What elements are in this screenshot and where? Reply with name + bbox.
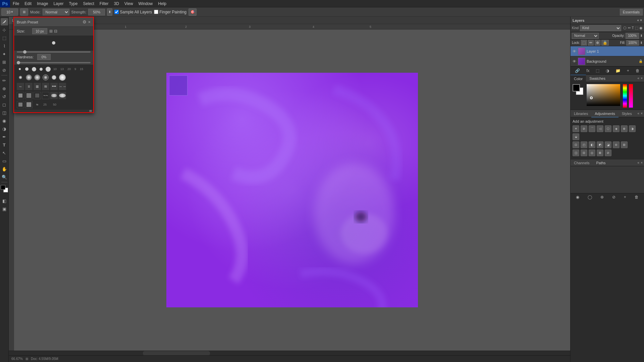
chan-btn-2[interactable]: ◯	[588, 195, 592, 199]
lock-all-btn[interactable]: 🔒	[601, 40, 609, 46]
strength-arrows[interactable]: ⬍	[107, 8, 112, 16]
adj-threshold[interactable]: ◪	[605, 141, 611, 148]
tool-quick-select[interactable]: ✦	[1, 50, 8, 58]
chan-btn-6[interactable]: 🗑	[635, 195, 639, 199]
hue-slider[interactable]	[623, 84, 627, 108]
mode-select[interactable]: Normal	[43, 9, 69, 15]
tool-hand[interactable]: ✋	[1, 165, 8, 173]
tool-crop[interactable]: ⊞	[1, 58, 8, 66]
brush-soft-3[interactable]	[34, 74, 41, 81]
brush-sq-5[interactable]	[50, 92, 58, 99]
brush-swatch-2[interactable]	[24, 66, 30, 72]
essentials-btn[interactable]: Essentials	[620, 9, 643, 15]
brush-tex-2[interactable]: ≡	[25, 83, 33, 90]
chan-close[interactable]: ×	[641, 161, 643, 165]
menu-3d[interactable]: 3D	[111, 0, 121, 7]
brush-preset-picker[interactable]: 10 ▾	[1, 8, 18, 16]
tool-smudge[interactable]	[1, 18, 8, 25]
brush-size-slider[interactable]	[17, 51, 91, 53]
brush-tex-3[interactable]: ≣	[34, 83, 41, 90]
brush-sq-1[interactable]	[17, 92, 24, 99]
tab-paths[interactable]: Paths	[593, 160, 609, 166]
brush-swatch-3[interactable]	[31, 66, 37, 72]
chan-btn-4[interactable]: ⊘	[612, 195, 615, 199]
tool-text[interactable]: T	[1, 141, 8, 148]
clone-stamp-options[interactable]: 🎯	[189, 8, 197, 16]
brush-settings-icon[interactable]: ⚙	[83, 19, 87, 24]
menu-type[interactable]: Type	[66, 0, 80, 7]
adj-panel-collapse[interactable]: «	[638, 112, 640, 115]
adj-color-balance[interactable]: ⊕	[621, 125, 628, 132]
adj-vibrance[interactable]: ⬡	[605, 125, 611, 132]
brush-last-2[interactable]	[25, 101, 33, 108]
background-visibility[interactable]: 👁	[572, 59, 577, 64]
tool-marquee[interactable]: ⬚	[1, 34, 8, 42]
strength-input[interactable]	[88, 9, 105, 15]
brush-soft-1[interactable]	[17, 74, 24, 81]
menu-layer[interactable]: Layer	[51, 0, 66, 7]
adj-extra-1[interactable]: ◫	[573, 149, 579, 156]
tool-brush[interactable]: ✏	[1, 77, 8, 84]
brush-popup-scrollbar[interactable]	[14, 110, 93, 112]
new-group-btn[interactable]: 📁	[615, 68, 621, 73]
brush-tex-6[interactable]: →→	[59, 83, 66, 90]
adj-layer-btn[interactable]: ◑	[606, 68, 609, 73]
brush-hardness-input[interactable]	[37, 54, 51, 60]
menu-file[interactable]: File	[10, 0, 22, 7]
brush-options-btn[interactable]: ⊞	[20, 8, 28, 16]
opacity-input[interactable]	[626, 33, 639, 39]
adj-exposure[interactable]: ◁	[597, 125, 603, 132]
adj-bw[interactable]: ◑	[629, 125, 636, 132]
brush-sq-2[interactable]	[25, 92, 33, 99]
tab-channels[interactable]: Channels	[571, 160, 593, 166]
tab-adjustments[interactable]: Adjustments	[591, 110, 619, 117]
chan-btn-5[interactable]: +	[624, 195, 626, 199]
layer-item-layer1[interactable]: 👁 Layer 1	[571, 46, 644, 56]
layers-collapse-btn[interactable]: «	[637, 18, 639, 22]
brush-popup-scrollbar-thumb[interactable]	[89, 110, 92, 112]
brush-tex-4[interactable]: ≋	[42, 83, 49, 90]
adj-channel-mix[interactable]: ⊡	[573, 141, 579, 148]
fill-arrow[interactable]: ⬍	[640, 41, 643, 45]
brush-resize-icon[interactable]: ⊞	[49, 29, 53, 34]
color-panel-close[interactable]: ×	[641, 76, 643, 80]
adj-color-lookup[interactable]: ◰	[581, 141, 587, 148]
layer-fx-btn[interactable]: fx	[586, 68, 589, 73]
menu-select[interactable]: Select	[80, 0, 97, 7]
tool-zoom[interactable]: 🔍	[1, 173, 8, 181]
brush-sq-4[interactable]: ~~	[42, 92, 49, 99]
tab-styles[interactable]: Styles	[619, 110, 635, 117]
brush-size-input[interactable]	[32, 28, 47, 34]
menu-image[interactable]: Image	[34, 0, 51, 7]
menu-window[interactable]: Window	[136, 0, 156, 7]
delete-layer-btn[interactable]: 🗑	[636, 68, 640, 73]
brush-soft-5[interactable]	[50, 74, 58, 81]
brush-options2-icon[interactable]: ⊟	[54, 29, 57, 34]
tab-swatches[interactable]: Swatches	[586, 75, 609, 82]
chan-btn-1[interactable]: ◉	[576, 195, 579, 199]
scrollbar-bottom[interactable]	[9, 351, 570, 355]
adj-brightness[interactable]: ☀	[573, 125, 579, 132]
tool-screen-mode[interactable]: ▣	[1, 205, 8, 213]
scrollbar-thumb[interactable]	[143, 351, 210, 356]
brush-soft-6[interactable]	[59, 74, 66, 81]
tab-color[interactable]: Color	[571, 75, 586, 82]
brush-close-icon[interactable]: ×	[88, 19, 91, 24]
adj-posterize[interactable]: ◩	[597, 141, 603, 148]
menu-filter[interactable]: Filter	[97, 0, 111, 7]
adj-extra-3[interactable]: ◎	[589, 149, 595, 156]
brush-soft-2[interactable]	[25, 74, 33, 81]
layers-close-btn[interactable]: ×	[640, 18, 642, 22]
opacity-arrow[interactable]: ⬍	[640, 34, 643, 38]
adj-selective-color[interactable]: ⊞	[621, 141, 628, 148]
tool-quick-mask[interactable]: ◧	[1, 197, 8, 204]
tool-history-brush[interactable]: ↺	[1, 93, 8, 100]
lock-position-btn[interactable]: ⊕	[595, 40, 600, 46]
adj-invert[interactable]: ◧	[589, 141, 595, 148]
tool-clone[interactable]: ⊕	[1, 85, 8, 92]
sample-all-layers-check[interactable]: Sample All Layers	[114, 10, 152, 14]
adj-extra-4[interactable]: ⊠	[597, 149, 603, 156]
tool-blur[interactable]: ◉	[1, 117, 8, 124]
chan-btn-3[interactable]: ⊕	[600, 195, 604, 199]
tool-gradient[interactable]: ◫	[1, 109, 8, 116]
